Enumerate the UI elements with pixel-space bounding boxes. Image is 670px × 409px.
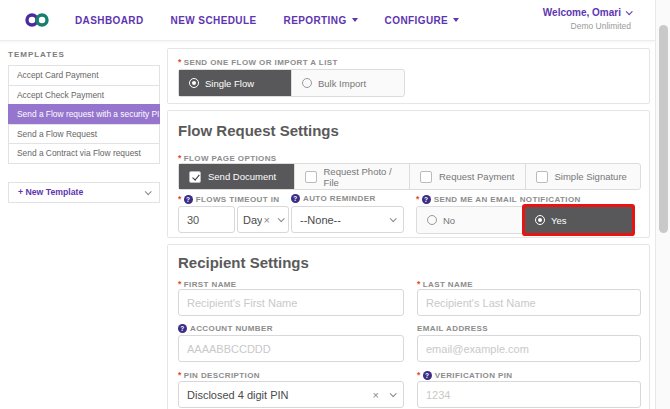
chevron-down-icon bbox=[145, 188, 152, 195]
chevron-down-icon bbox=[390, 390, 397, 397]
flow-mode-card: * SEND ONE FLOW OR IMPORT A LIST Single … bbox=[167, 48, 650, 104]
checkbox-unchecked-icon bbox=[305, 171, 317, 183]
option-label: Bulk Import bbox=[318, 78, 366, 89]
new-template-button[interactable]: + New Template bbox=[8, 182, 160, 203]
single-flow-option[interactable]: Single Flow bbox=[179, 70, 292, 96]
caret-down-icon bbox=[453, 18, 459, 22]
chevron-down-icon bbox=[626, 8, 633, 15]
select-value: Disclosed 4 digit PIN bbox=[187, 389, 369, 401]
checkmark-icon bbox=[192, 172, 199, 180]
last-name-input[interactable] bbox=[417, 289, 641, 316]
option-label: No bbox=[443, 215, 455, 226]
required-marker: * bbox=[416, 194, 420, 204]
option-label: Request Payment bbox=[439, 171, 515, 182]
nav-item-dashboard[interactable]: DASHBOARD bbox=[75, 15, 144, 26]
scrollbar-thumb[interactable] bbox=[659, 25, 668, 233]
checkbox-unchecked-icon bbox=[536, 171, 548, 183]
select-value: Day(s) bbox=[243, 214, 262, 226]
label-text: SEND ONE FLOW OR IMPORT A LIST bbox=[184, 58, 338, 67]
pin-description-label: * PIN DESCRIPTION bbox=[178, 370, 260, 380]
first-name-input[interactable] bbox=[178, 289, 404, 316]
flow-request-settings-card: Flow Request Settings * FLOW PAGE OPTION… bbox=[167, 110, 650, 238]
pin-description-select[interactable]: Disclosed 4 digit PIN × bbox=[178, 381, 404, 408]
label-text: AUTO REMINDER bbox=[303, 194, 376, 203]
verification-pin-label: * ? VERIFICATION PIN bbox=[417, 370, 513, 380]
email-notification-yes-option[interactable]: Yes bbox=[525, 207, 632, 233]
recipient-settings-card: Recipient Settings * FIRST NAME * LAST N… bbox=[167, 244, 650, 409]
new-template-label: + New Template bbox=[18, 187, 83, 197]
templates-sidebar: TEMPLATES Accept Card Payment Accept Che… bbox=[8, 50, 160, 203]
account-name: Demo Unlimited bbox=[543, 21, 631, 31]
nav-item-label: DASHBOARD bbox=[75, 15, 144, 26]
info-icon[interactable]: ? bbox=[178, 324, 187, 333]
template-item-flow-request-security-pin[interactable]: Send a Flow request with a security PIN bbox=[8, 104, 160, 125]
label-text: ACCOUNT NUMBER bbox=[190, 324, 273, 333]
label-text: VERIFICATION PIN bbox=[435, 371, 513, 380]
flow-request-settings-heading: Flow Request Settings bbox=[178, 122, 339, 139]
account-number-input[interactable] bbox=[178, 335, 404, 362]
verification-pin-input[interactable] bbox=[417, 381, 641, 408]
vertical-scrollbar[interactable] bbox=[655, 0, 670, 409]
radio-selected-icon bbox=[189, 78, 199, 88]
template-item-send-contract[interactable]: Send a Contract via Flow request bbox=[8, 143, 160, 164]
checkbox-unchecked-icon bbox=[420, 171, 432, 183]
email-notification-no-option[interactable]: No bbox=[417, 207, 525, 233]
required-marker: * bbox=[178, 57, 182, 67]
simple-signature-option[interactable]: Simple Signature bbox=[526, 164, 641, 189]
label-text: PIN DESCRIPTION bbox=[184, 371, 260, 380]
last-name-label: * LAST NAME bbox=[417, 279, 473, 289]
request-photo-file-option[interactable]: Request Photo / File bbox=[295, 164, 411, 189]
nav-item-label: CONFIGURE bbox=[385, 15, 449, 26]
auto-reminder-label: ? AUTO REMINDER bbox=[291, 194, 376, 203]
info-icon[interactable]: ? bbox=[184, 195, 193, 204]
clear-icon[interactable]: × bbox=[373, 389, 379, 401]
chevron-down-icon bbox=[390, 215, 397, 222]
caret-down-icon bbox=[352, 18, 358, 22]
template-item-accept-card-payment[interactable]: Accept Card Payment bbox=[8, 65, 160, 86]
email-notification-segmented-control: No Yes bbox=[416, 206, 633, 234]
nav-item-label: NEW SCHEDULE bbox=[171, 15, 257, 26]
flows-timeout-value-input[interactable] bbox=[178, 206, 235, 233]
nav-item-new-schedule[interactable]: NEW SCHEDULE bbox=[171, 15, 257, 26]
infinity-logo-icon[interactable] bbox=[23, 12, 51, 28]
label-text: FLOW PAGE OPTIONS bbox=[184, 154, 277, 163]
radio-unselected-icon bbox=[427, 215, 437, 225]
template-item-send-flow-request[interactable]: Send a Flow Request bbox=[8, 124, 160, 145]
nav-item-configure[interactable]: CONFIGURE bbox=[385, 15, 460, 26]
flow-mode-label: * SEND ONE FLOW OR IMPORT A LIST bbox=[178, 57, 338, 67]
required-marker: * bbox=[178, 153, 182, 163]
email-notification-label: * ? SEND ME AN EMAIL NOTIFICATION bbox=[416, 194, 581, 204]
user-menu[interactable]: Welcome, Omari bbox=[543, 7, 631, 18]
info-icon[interactable]: ? bbox=[422, 195, 431, 204]
nav-item-reporting[interactable]: REPORTING bbox=[284, 15, 358, 26]
select-value: --None-- bbox=[300, 214, 385, 226]
required-marker: * bbox=[417, 279, 421, 289]
required-marker: * bbox=[178, 279, 182, 289]
flows-timeout-label: * ? FLOWS TIMEOUT IN bbox=[178, 194, 279, 204]
checkbox-checked-icon bbox=[189, 171, 201, 183]
recipient-settings-heading: Recipient Settings bbox=[178, 254, 309, 271]
bulk-import-option[interactable]: Bulk Import bbox=[292, 70, 404, 96]
account-number-label: ? ACCOUNT NUMBER bbox=[178, 324, 273, 333]
flows-timeout-unit-select[interactable]: Day(s) × bbox=[237, 206, 289, 233]
label-text: SEND ME AN EMAIL NOTIFICATION bbox=[434, 195, 581, 204]
auto-reminder-select[interactable]: --None-- bbox=[291, 206, 404, 233]
label-text: FLOWS TIMEOUT IN bbox=[196, 195, 280, 204]
template-item-accept-check-payment[interactable]: Accept Check Payment bbox=[8, 85, 160, 106]
flow-page-options-label: * FLOW PAGE OPTIONS bbox=[178, 153, 277, 163]
radio-unselected-icon bbox=[302, 78, 312, 88]
radio-selected-icon bbox=[535, 215, 545, 225]
email-address-input[interactable] bbox=[417, 335, 641, 362]
required-marker: * bbox=[417, 370, 421, 380]
clear-icon[interactable]: × bbox=[264, 214, 270, 226]
label-text: EMAIL ADDRESS bbox=[417, 324, 488, 333]
send-document-option[interactable]: Send Document bbox=[179, 164, 295, 189]
first-name-label: * FIRST NAME bbox=[178, 279, 237, 289]
required-marker: * bbox=[178, 370, 182, 380]
info-icon[interactable]: ? bbox=[423, 371, 432, 380]
info-icon[interactable]: ? bbox=[291, 194, 300, 203]
label-text: LAST NAME bbox=[423, 280, 473, 289]
flow-page-options-segmented-control: Send Document Request Photo / File Reque… bbox=[178, 163, 641, 190]
option-label: Single Flow bbox=[205, 78, 254, 89]
request-payment-option[interactable]: Request Payment bbox=[410, 164, 526, 189]
